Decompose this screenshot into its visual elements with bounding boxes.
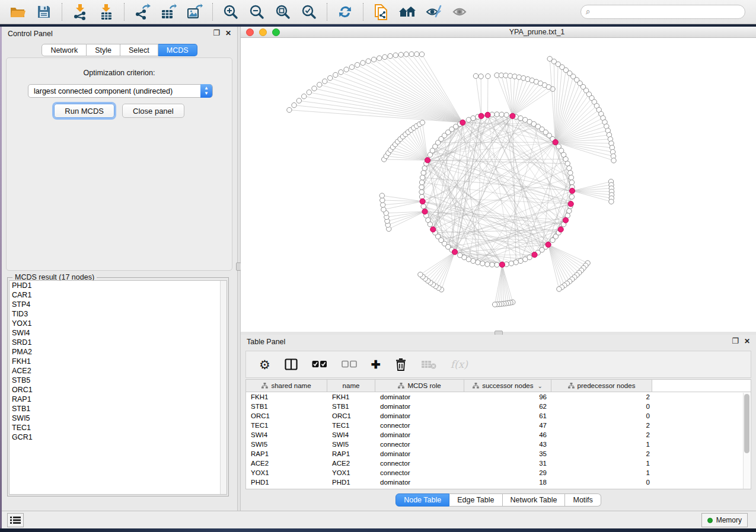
table-row[interactable]: SWI5SWI5connector431 bbox=[246, 440, 751, 449]
close-panel-button[interactable]: Close panel bbox=[122, 104, 184, 118]
export-image-icon[interactable] bbox=[186, 3, 203, 21]
hide-selected-icon[interactable] bbox=[425, 3, 442, 21]
column-label: name bbox=[343, 382, 360, 389]
deselect-all-rows-icon[interactable] bbox=[342, 360, 357, 368]
tab-network[interactable]: Network bbox=[42, 44, 87, 56]
result-node[interactable]: TID3 bbox=[9, 309, 227, 319]
table-tabs: Node TableEdge TableNetwork TableMotifs bbox=[241, 493, 756, 507]
table-cell: 46 bbox=[464, 430, 551, 440]
table-row[interactable]: ACE2ACE2connector311 bbox=[246, 459, 751, 468]
tab-edge-table[interactable]: Edge Table bbox=[449, 493, 502, 507]
table-cell: 2 bbox=[551, 392, 652, 402]
network-column-icon bbox=[261, 383, 268, 389]
first-neighbors-icon[interactable] bbox=[398, 3, 416, 21]
select-all-rows-icon[interactable] bbox=[312, 360, 327, 368]
window-minimize-icon[interactable] bbox=[259, 28, 267, 36]
column-label: shared name bbox=[271, 382, 311, 389]
node-table[interactable]: shared namenameMCDS rolesuccessor nodes⌄… bbox=[245, 379, 751, 489]
result-node[interactable]: SRD1 bbox=[9, 338, 227, 347]
network-canvas[interactable] bbox=[241, 38, 756, 331]
result-node[interactable]: STB1 bbox=[9, 404, 227, 414]
result-node[interactable]: STP4 bbox=[9, 300, 227, 309]
clone-network-icon[interactable] bbox=[372, 3, 390, 21]
column-header-predecessor-nodes[interactable]: predecessor nodes bbox=[551, 380, 652, 392]
result-node[interactable]: PMA2 bbox=[9, 347, 227, 357]
zoom-fit-icon[interactable] bbox=[274, 3, 292, 21]
table-cell: 61 bbox=[464, 411, 551, 421]
window-close-icon[interactable] bbox=[246, 28, 254, 36]
table-cell: 0 bbox=[551, 402, 652, 411]
search-input[interactable] bbox=[591, 8, 740, 16]
export-table-icon[interactable] bbox=[160, 3, 177, 21]
result-node[interactable]: RAP1 bbox=[9, 395, 227, 404]
float-panel-icon[interactable]: ❐ bbox=[732, 337, 739, 345]
memory-label: Memory bbox=[716, 516, 742, 524]
search-box[interactable]: ⌕ bbox=[580, 5, 745, 19]
memory-button[interactable]: Memory bbox=[701, 513, 748, 527]
table-row[interactable]: FKH1FKH1dominator962 bbox=[246, 392, 751, 402]
refresh-layout-icon[interactable] bbox=[336, 3, 354, 21]
zoom-in-icon[interactable] bbox=[222, 3, 240, 21]
close-panel-icon[interactable]: ✕ bbox=[744, 337, 750, 345]
close-panel-icon[interactable]: ✕ bbox=[225, 29, 231, 37]
import-table-icon[interactable] bbox=[97, 3, 115, 21]
result-node[interactable]: PHD1 bbox=[9, 281, 227, 290]
window-maximize-icon[interactable] bbox=[272, 28, 280, 36]
result-node[interactable]: FKH1 bbox=[9, 357, 227, 366]
table-row[interactable]: YOX1YOX1connector291 bbox=[246, 468, 751, 477]
table-settings-icon[interactable]: ⚙ bbox=[259, 358, 270, 371]
run-mcds-button[interactable]: Run MCDS bbox=[54, 104, 114, 118]
table-scrollbar[interactable] bbox=[743, 393, 750, 489]
mcds-result-group: MCDS result (17 nodes) PHD1CAR1STP4TID3Y… bbox=[7, 277, 229, 496]
table-cell: SWI5 bbox=[246, 440, 327, 449]
result-node[interactable]: SWI5 bbox=[9, 414, 227, 423]
create-column-icon[interactable]: ✚ bbox=[371, 359, 381, 370]
table-row[interactable]: SWI4SWI4dominator462 bbox=[246, 430, 751, 440]
table-row[interactable]: TEC1TEC1connector472 bbox=[246, 421, 751, 430]
tab-style[interactable]: Style bbox=[87, 44, 120, 56]
zoom-selected-icon[interactable] bbox=[300, 3, 318, 21]
zoom-out-icon[interactable] bbox=[248, 3, 266, 21]
result-node[interactable]: GCR1 bbox=[9, 432, 227, 442]
tab-select[interactable]: Select bbox=[120, 44, 158, 56]
result-node[interactable]: TEC1 bbox=[9, 423, 227, 432]
tab-node-table[interactable]: Node Table bbox=[395, 493, 449, 507]
table-header-row: shared namenameMCDS rolesuccessor nodes⌄… bbox=[246, 380, 751, 392]
table-row[interactable]: STB1STB1dominator620 bbox=[246, 402, 751, 411]
table-row[interactable]: ORC1ORC1dominator610 bbox=[246, 411, 751, 421]
result-node[interactable]: ACE2 bbox=[9, 366, 227, 376]
tab-motifs[interactable]: Motifs bbox=[565, 493, 601, 507]
result-scrollbar[interactable] bbox=[220, 281, 227, 494]
table-row[interactable]: PHD1PHD1dominator180 bbox=[246, 477, 751, 487]
column-header-shared-name[interactable]: shared name bbox=[246, 380, 327, 392]
scrollbar-thumb[interactable] bbox=[744, 394, 749, 453]
table-cell: connector bbox=[375, 440, 464, 449]
show-all-icon[interactable] bbox=[451, 3, 468, 21]
criterion-dropdown[interactable]: largest connected component (undirected)… bbox=[28, 84, 213, 98]
result-node[interactable]: STB5 bbox=[9, 376, 227, 385]
tab-mcds[interactable]: MCDS bbox=[158, 44, 197, 56]
network-window-titlebar[interactable]: YPA_prune.txt_1 bbox=[241, 27, 756, 38]
memory-status-icon bbox=[707, 518, 713, 523]
table-cell: 43 bbox=[464, 440, 551, 449]
task-history-button[interactable] bbox=[7, 513, 24, 527]
import-network-icon[interactable] bbox=[71, 3, 89, 21]
table-cell: YOX1 bbox=[246, 468, 327, 477]
column-header-name[interactable]: name bbox=[327, 380, 375, 392]
column-header-successor-nodes[interactable]: successor nodes⌄ bbox=[464, 380, 551, 392]
save-session-icon[interactable] bbox=[35, 3, 53, 21]
table-row[interactable]: RAP1RAP1dominator352 bbox=[246, 449, 751, 459]
result-node[interactable]: CAR1 bbox=[9, 290, 227, 300]
open-file-icon[interactable] bbox=[9, 3, 27, 21]
result-node[interactable]: ORC1 bbox=[9, 385, 227, 395]
result-node[interactable]: YOX1 bbox=[9, 319, 227, 328]
column-header-MCDS-role[interactable]: MCDS role bbox=[375, 380, 464, 392]
tab-network-table[interactable]: Network Table bbox=[503, 493, 566, 507]
delete-column-icon[interactable] bbox=[395, 358, 407, 371]
split-view-icon[interactable] bbox=[285, 358, 298, 370]
mcds-result-list[interactable]: PHD1CAR1STP4TID3YOX1SWI4SRD1PMA2FKH1ACE2… bbox=[9, 280, 227, 495]
result-node[interactable]: SWI4 bbox=[9, 328, 227, 338]
table-cell: 18 bbox=[464, 477, 551, 487]
export-network-icon[interactable] bbox=[133, 3, 151, 21]
float-panel-icon[interactable]: ❐ bbox=[213, 29, 220, 37]
